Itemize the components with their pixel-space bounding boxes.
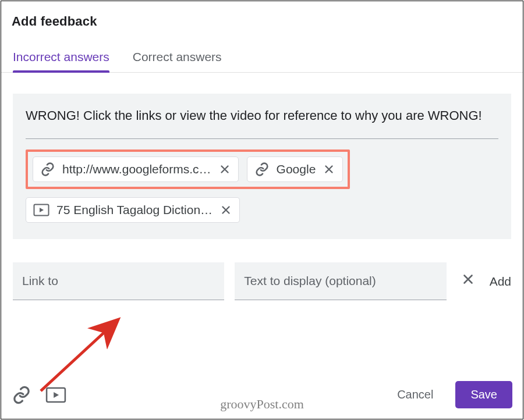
video-icon — [33, 204, 49, 216]
link-chip[interactable]: Google — [247, 156, 344, 182]
annotation-highlight-box: http://www.googleforms.c… — [26, 150, 350, 189]
insert-link-button[interactable] — [12, 385, 31, 405]
dialog-footer: Cancel Save — [1, 368, 523, 419]
link-chips-row: http://www.googleforms.c… — [26, 150, 498, 189]
video-chips-row: 75 English Tagalog Diction… — [26, 197, 498, 223]
feedback-text-input[interactable]: WRONG! Click the links or view the video… — [26, 105, 498, 139]
add-link-row: Link to Text to display (optional) Add — [13, 262, 511, 300]
save-button[interactable]: Save — [455, 381, 512, 408]
chip-label: 75 English Tagalog Diction… — [56, 203, 213, 217]
tab-correct-answers[interactable]: Correct answers — [133, 50, 222, 72]
video-chip[interactable]: 75 English Tagalog Diction… — [26, 197, 240, 223]
add-button[interactable]: Add — [490, 275, 511, 289]
tab-incorrect-answers[interactable]: Incorrect answers — [13, 50, 109, 72]
footer-tools — [12, 385, 66, 405]
tabs: Incorrect answers Correct answers — [1, 50, 523, 73]
link-icon — [40, 162, 55, 177]
add-feedback-dialog: Add feedback Incorrect answers Correct a… — [1, 1, 523, 419]
feedback-panel: WRONG! Click the links or view the video… — [13, 94, 511, 239]
chip-remove-button[interactable] — [217, 162, 232, 177]
link-to-input[interactable]: Link to — [13, 262, 224, 300]
footer-actions: Cancel Save — [389, 381, 512, 408]
chip-label: Google — [277, 162, 316, 176]
insert-video-button[interactable] — [45, 387, 66, 403]
chip-remove-button[interactable] — [218, 202, 233, 218]
text-to-display-input[interactable]: Text to display (optional) — [235, 262, 446, 300]
close-icon[interactable] — [457, 268, 479, 294]
cancel-button[interactable]: Cancel — [389, 382, 441, 407]
dialog-title: Add feedback — [1, 1, 523, 29]
chip-remove-button[interactable] — [321, 162, 337, 177]
feedback-box: WRONG! Click the links or view the video… — [13, 94, 511, 239]
link-icon — [254, 162, 270, 177]
link-chip[interactable]: http://www.googleforms.c… — [33, 156, 239, 182]
chip-label: http://www.googleforms.c… — [62, 162, 211, 176]
